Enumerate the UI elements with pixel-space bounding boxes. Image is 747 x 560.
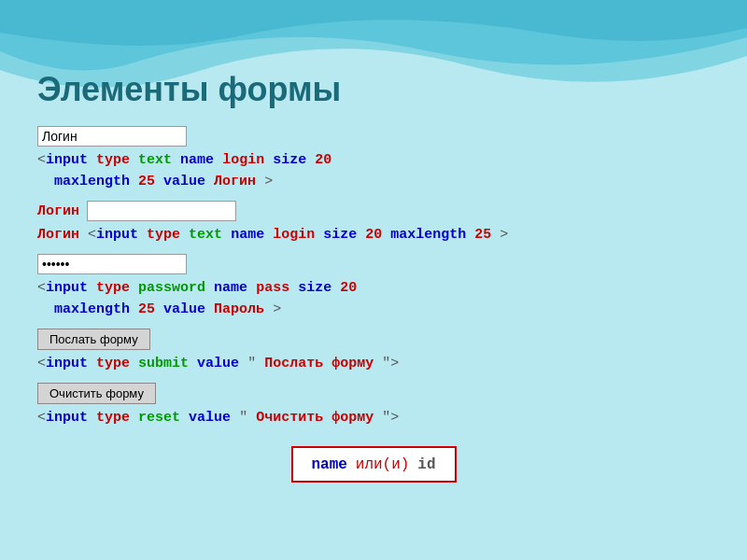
- bottom-name-label: name: [312, 456, 347, 473]
- highlight-box: name или(и) id: [291, 446, 457, 483]
- code-line-4: <input type password name pass size 20: [37, 278, 710, 298]
- reset-button[interactable]: Очистить форму: [37, 383, 156, 404]
- password-input[interactable]: [37, 254, 187, 274]
- section-text-input: <input type text name login size 20 maxl…: [37, 126, 710, 191]
- section-password: <input type password name pass size 20 m…: [37, 254, 710, 319]
- login-input-empty[interactable]: [87, 201, 236, 221]
- code-line-7: <input type reset value " Очистить форму…: [37, 408, 710, 427]
- section-reset: Очистить форму <input type reset value "…: [37, 383, 710, 427]
- login-input-with-value[interactable]: [37, 126, 187, 147]
- submit-button[interactable]: Послать форму: [37, 329, 150, 350]
- code-line-6: <input type submit value " Послать форму…: [37, 354, 710, 373]
- login-label: Логин: [37, 203, 79, 219]
- code-line-1: <input type text name login size 20: [37, 150, 710, 170]
- login-row: Логин: [37, 201, 710, 221]
- bottom-section: name или(и) id: [37, 437, 710, 483]
- bottom-id-label: id: [417, 456, 435, 473]
- main-content: Элементы формы <input type text name log…: [0, 0, 747, 501]
- section-submit: Послать форму <input type submit value "…: [37, 329, 710, 373]
- code-line-5: maxlength 25 value Пароль >: [37, 300, 710, 319]
- bottom-or-label: или(и): [356, 456, 410, 473]
- page-title: Элементы формы: [37, 70, 710, 109]
- code-line-2: maxlength 25 value Логин >: [37, 172, 710, 191]
- section-login-label: Логин Логин <input type text name login …: [37, 201, 710, 245]
- code-line-3: Логин <input type text name login size 2…: [37, 225, 710, 245]
